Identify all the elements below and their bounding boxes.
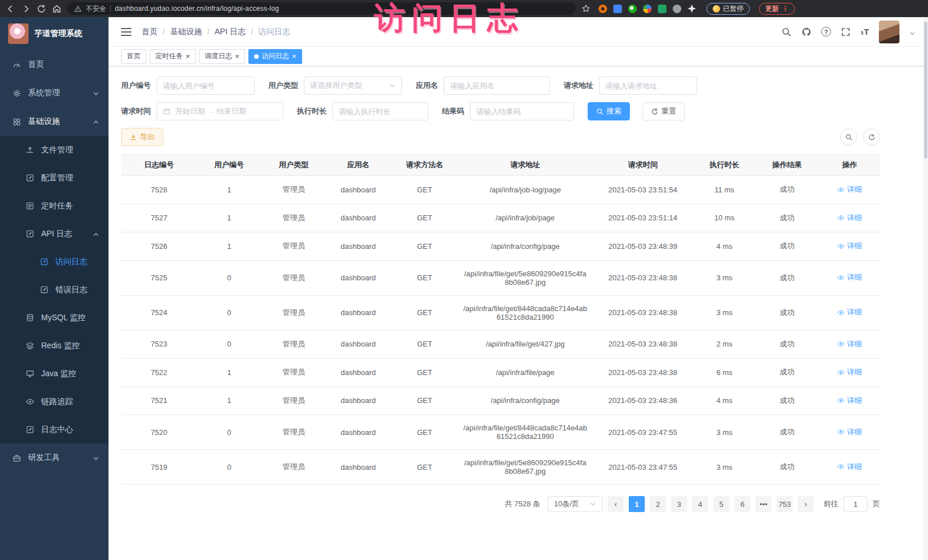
page-size-select[interactable]: 10条/页 xyxy=(548,496,602,512)
sidebar-item-apilog[interactable]: API 日志 xyxy=(0,220,109,248)
profile-paused-badge[interactable]: 已暂停 xyxy=(706,3,750,15)
goto-page-input[interactable] xyxy=(850,500,861,509)
breadcrumb-item[interactable]: 首页 xyxy=(142,27,158,37)
app-name-input[interactable] xyxy=(450,82,544,90)
close-icon[interactable] xyxy=(292,53,296,60)
extension-icon[interactable] xyxy=(688,5,696,13)
detail-link[interactable]: 详细 xyxy=(837,272,862,283)
extension-icon[interactable] xyxy=(673,5,681,13)
sidebar-item-file[interactable]: 文件管理 xyxy=(0,136,109,164)
detail-link[interactable]: 详细 xyxy=(837,396,862,406)
log-icon xyxy=(40,257,49,266)
date-range-picker[interactable]: 开始日期 - 结束日期 xyxy=(156,102,283,120)
user-type-select[interactable]: 请选择用户类型 xyxy=(304,76,402,95)
back-icon[interactable] xyxy=(6,4,15,14)
sidebar-item-devtools[interactable]: 研发工具 xyxy=(0,444,109,472)
page-button[interactable]: 6 xyxy=(734,496,750,512)
reset-button[interactable]: 重置 xyxy=(642,102,685,120)
close-icon[interactable] xyxy=(235,53,240,60)
detail-link[interactable]: 详细 xyxy=(837,339,862,349)
search-button[interactable]: 搜索 xyxy=(588,102,630,120)
page-button[interactable]: 3 xyxy=(671,496,687,512)
close-icon[interactable] xyxy=(186,53,190,60)
github-icon[interactable] xyxy=(801,27,812,37)
sidebar-item-errorlog[interactable]: 错误日志 xyxy=(0,276,109,304)
tab[interactable]: 调度日志 xyxy=(199,49,246,64)
tab[interactable]: 定时任务 xyxy=(150,49,196,64)
eye-icon xyxy=(837,309,845,316)
address-bar[interactable]: 不安全 dashboard.yudao.iocoder.cn/infra/log… xyxy=(67,2,576,15)
layers-icon xyxy=(26,341,34,350)
detail-link[interactable]: 详细 xyxy=(837,367,862,377)
col-action: 操作 xyxy=(819,155,880,176)
sidebar-item-java[interactable]: Java 监控 xyxy=(0,360,109,388)
page-button[interactable]: 1 xyxy=(629,496,645,512)
fullscreen-icon[interactable] xyxy=(841,27,851,37)
user-type-label: 用户类型 xyxy=(268,80,298,91)
extension-icon[interactable] xyxy=(613,5,622,13)
detail-link[interactable]: 详细 xyxy=(837,462,862,472)
tab[interactable]: 首页 xyxy=(121,49,146,64)
duration-input[interactable] xyxy=(339,107,422,116)
reload-icon[interactable] xyxy=(37,4,46,14)
sidebar-item-infra[interactable]: 基础设施 xyxy=(0,107,109,136)
forward-icon[interactable] xyxy=(21,4,31,14)
extension-icon[interactable] xyxy=(598,5,607,13)
sidebar-item-accesslog[interactable]: 访问日志 xyxy=(0,248,109,276)
sidebar-item-job[interactable]: 定时任务 xyxy=(0,192,109,220)
detail-link[interactable]: 详细 xyxy=(837,213,862,223)
update-button[interactable]: 更新 xyxy=(759,3,795,15)
search-icon[interactable] xyxy=(781,27,792,37)
detail-link[interactable]: 详细 xyxy=(837,427,862,437)
access-log-table: 日志编号 用户编号 用户类型 应用名 请求方法名 请求地址 请求时间 执行时长 … xyxy=(121,154,880,485)
result-code-label: 结果码 xyxy=(442,106,464,116)
result-code-input[interactable] xyxy=(476,107,568,116)
sidebar-item-system[interactable]: 系统管理 xyxy=(0,79,109,107)
sidebar-item-logcenter[interactable]: 日志中心 xyxy=(0,416,109,444)
scrollbar[interactable] xyxy=(923,17,928,560)
page-button[interactable]: 753 xyxy=(777,496,793,512)
sidebar-item-mysql[interactable]: MySQL 监控 xyxy=(0,304,109,332)
toggle-search-button[interactable] xyxy=(840,128,857,146)
database-icon xyxy=(26,313,34,322)
breadcrumb-item[interactable]: API 日志 xyxy=(215,27,246,37)
next-page-button[interactable] xyxy=(798,496,814,512)
hamburger-icon[interactable] xyxy=(121,28,131,36)
browser-menu-icon[interactable] xyxy=(782,5,789,13)
request-url-input[interactable] xyxy=(605,82,691,90)
sidebar-item-redis[interactable]: Redis 监控 xyxy=(0,332,109,360)
bookmark-star-icon[interactable] xyxy=(581,4,590,13)
refresh-table-button[interactable] xyxy=(863,128,880,146)
page-button[interactable]: 4 xyxy=(692,496,708,512)
sidebar-item-home[interactable]: 首页 xyxy=(0,50,109,79)
prev-page-button[interactable] xyxy=(608,496,624,512)
chevron-up-icon xyxy=(93,231,99,237)
user-avatar[interactable] xyxy=(879,21,899,43)
sidebar-item-trace[interactable]: 链路追踪 xyxy=(0,388,109,416)
help-icon[interactable] xyxy=(821,27,831,37)
scrollbar-thumb[interactable] xyxy=(924,22,927,159)
detail-link[interactable]: 详细 xyxy=(837,184,862,195)
extension-icon[interactable] xyxy=(658,5,666,13)
tab[interactable]: 访问日志 xyxy=(248,49,302,64)
page-button[interactable]: 5 xyxy=(713,496,729,512)
detail-link[interactable]: 详细 xyxy=(837,241,862,251)
extension-icon[interactable] xyxy=(643,5,652,13)
sidebar-item-config[interactable]: 配置管理 xyxy=(0,164,109,192)
toolbar: 导出 xyxy=(121,128,880,146)
export-button[interactable]: 导出 xyxy=(121,128,163,146)
breadcrumb-item[interactable]: 基础设施 xyxy=(170,27,202,37)
caret-down-icon[interactable] xyxy=(909,29,915,35)
user-id-input[interactable] xyxy=(163,82,248,90)
detail-link[interactable]: 详细 xyxy=(837,307,862,317)
log-icon xyxy=(26,229,34,238)
page-button[interactable]: ••• xyxy=(756,496,772,512)
divider xyxy=(110,5,111,12)
col-url: 请求地址 xyxy=(459,155,592,176)
page-button[interactable]: 2 xyxy=(650,496,666,512)
font-size-icon[interactable] xyxy=(861,27,869,37)
home-icon[interactable] xyxy=(52,4,62,14)
edit-icon xyxy=(26,174,34,182)
app-logo-row[interactable]: 芋道管理系统 xyxy=(0,17,109,50)
extension-icon[interactable] xyxy=(628,5,637,13)
